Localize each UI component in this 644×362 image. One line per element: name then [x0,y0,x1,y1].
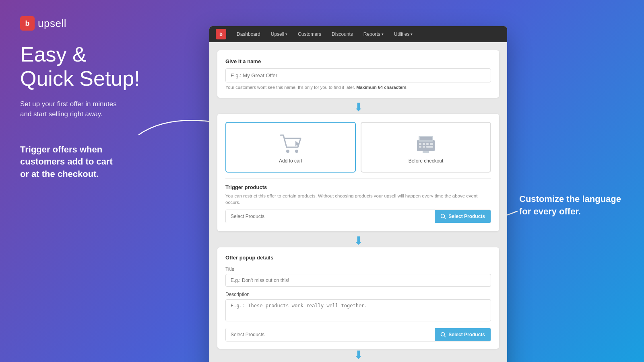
desc-textarea[interactable] [225,299,491,321]
trigger-add-to-cart[interactable]: Add to cart [225,122,356,173]
trigger-before-checkout[interactable]: Before checkout [361,122,491,173]
headline: Easy &Quick Setup! [20,43,165,91]
popup-products-input[interactable] [226,328,435,341]
nav-upsell[interactable]: Upsell ▾ [267,30,291,39]
right-panel: Customize the language for every offer. [519,193,624,218]
svg-line-18 [444,336,446,337]
popup-section-title: Offer popup details [225,255,491,261]
before-checkout-label: Before checkout [409,158,444,164]
name-input[interactable] [225,68,491,82]
popup-details-card: Offer popup details Title Description Se… [217,247,499,349]
before-checkout-icon [414,132,438,154]
trigger-label: Trigger offers whencustomers add to cart… [20,144,165,181]
content-area: Give it a name Your customers wont see t… [209,42,507,362]
title-label: Title [225,266,491,272]
add-to-cart-icon [279,132,303,154]
svg-rect-4 [417,140,435,151]
nav-bar: b Dashboard Upsell ▾ Customers Discounts… [209,26,507,42]
svg-rect-8 [423,143,425,145]
nav-customers[interactable]: Customers [294,30,325,39]
trigger-select-products-btn[interactable]: Select Products [435,210,491,223]
title-group: Title [225,266,491,287]
svg-rect-9 [426,143,429,145]
add-to-cart-label: Add to cart [279,158,302,164]
down-arrow-3: ⬇ [354,350,363,361]
svg-rect-14 [423,151,429,153]
name-label: Give it a name [225,58,491,64]
trigger-products-label: Trigger products [225,184,491,190]
search-icon-2 [440,332,446,337]
nav-reports[interactable]: Reports ▾ [359,30,388,39]
trigger-products-desc: You can restrict this offer to certain p… [225,193,491,206]
connector-3: ⬇ [217,349,499,362]
desc-label: Description [225,292,491,297]
upsell-chevron: ▾ [285,32,287,36]
svg-line-16 [444,218,446,219]
trigger-products-section: Trigger products You can restrict this o… [225,178,491,223]
desc-group: Description [225,292,491,323]
logo-text: upsell [38,17,66,30]
svg-rect-10 [430,143,433,145]
add-to-cart-icon-area [277,131,305,155]
connector-1: ⬇ [217,101,499,114]
popup-select-products-row: Select Products [225,328,491,341]
search-icon [440,214,446,219]
svg-point-17 [441,333,445,336]
trigger-card: Add to cart [217,114,499,231]
logo: b upsell [20,16,165,31]
title-input[interactable] [225,274,491,287]
app-window: b Dashboard Upsell ▾ Customers Discounts… [209,26,507,362]
left-panel: b upsell Easy &Quick Setup! Set up your … [20,16,165,181]
logo-icon: b [20,16,35,31]
nav-discounts[interactable]: Discounts [328,30,357,39]
down-arrow-2: ⬇ [354,235,363,247]
nav-utilities[interactable]: Utilities ▾ [390,30,417,39]
svg-rect-11 [419,146,421,148]
svg-point-3 [295,150,298,153]
svg-point-15 [441,214,445,218]
svg-rect-13 [426,146,433,148]
before-checkout-icon-area [412,131,440,155]
utilities-chevron: ▾ [411,32,413,36]
svg-rect-7 [419,143,421,145]
select-products-row: Select Products [225,210,491,223]
nav-logo: b [216,29,226,39]
char-limit: Maximum 64 characters [356,85,407,90]
name-card: Give it a name Your customers wont see t… [217,50,499,98]
name-hint: Your customers wont see this name. It's … [225,85,491,90]
svg-point-2 [286,150,289,153]
trigger-options-row: Add to cart [225,122,491,173]
connector-2: ⬇ [217,234,499,247]
svg-rect-12 [423,146,425,148]
nav-dashboard[interactable]: Dashboard [233,30,264,39]
customize-label: Customize the language for every offer. [519,193,624,218]
popup-select-products-btn[interactable]: Select Products [435,328,491,341]
reports-chevron: ▾ [382,32,384,36]
svg-rect-6 [420,137,432,140]
down-arrow-1: ⬇ [354,102,363,113]
trigger-products-input[interactable] [226,210,435,223]
